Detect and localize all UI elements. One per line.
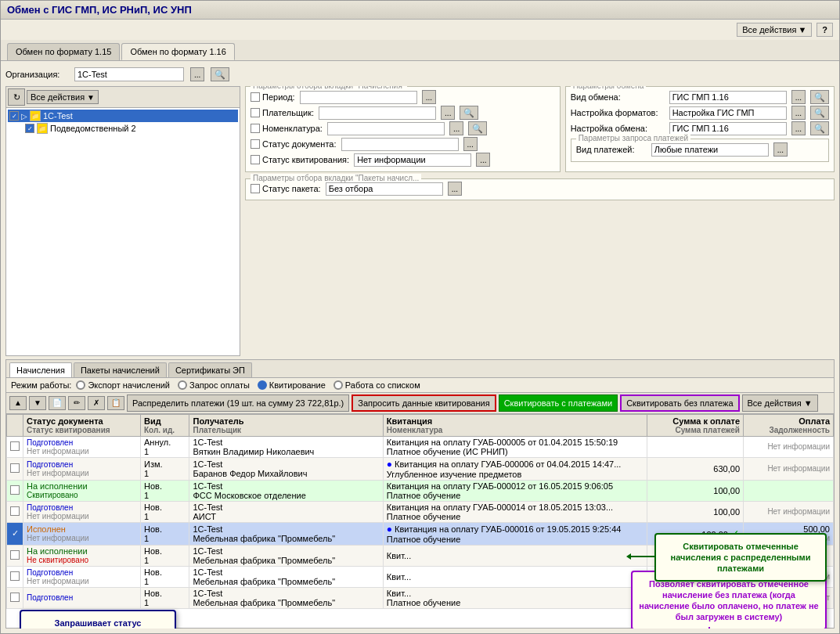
mode-request[interactable]: Запрос оплаты — [178, 380, 250, 390]
mode-kvit[interactable]: Квитирование — [258, 380, 326, 390]
period-input[interactable] — [300, 91, 417, 104]
kvit-with-payment-button[interactable]: Сквитировать с платежами — [499, 394, 618, 412]
exchange-settings-dots-btn[interactable]: ... — [791, 121, 806, 135]
period-checkbox-label: Период: — [251, 92, 295, 102]
org-input[interactable] — [74, 67, 184, 81]
table-row[interactable]: Подготовлен Нет информации Изм. 1 1C-Tes… — [7, 457, 834, 480]
packet-status-input[interactable] — [326, 182, 443, 196]
tree-expand-1[interactable]: ▷ — [21, 112, 27, 121]
td-type-6: Нов. 1 — [141, 545, 189, 566]
td-kvit-2: ● Квитанция на оплату ГУАБ-000006 от 04.… — [383, 457, 647, 480]
kvit-without-payment-button[interactable]: Сквитировать без платежа — [620, 394, 739, 412]
add-button[interactable]: 📄 — [49, 396, 66, 410]
tab-accruals[interactable]: Начисления — [9, 362, 72, 377]
tab-format-116[interactable]: Обмен по формату 1.16 — [121, 43, 234, 60]
radio-kvit[interactable] — [258, 380, 267, 390]
tree-checkbox-1[interactable]: ✓ — [9, 111, 19, 121]
format-settings-dots-btn[interactable]: ... — [791, 106, 806, 120]
kvit-status-1: Нет информации — [27, 447, 137, 456]
tab-certificates[interactable]: Сертификаты ЭП — [168, 362, 252, 377]
payer-label: Плательщик: — [262, 108, 314, 117]
th-payment: Оплата Задолженность — [744, 414, 834, 436]
type-7: Нов. — [144, 567, 186, 577]
copy-button[interactable]: 📋 — [107, 396, 124, 410]
td-check-3[interactable] — [7, 480, 23, 501]
payment-type-dots-btn[interactable]: ... — [773, 142, 788, 157]
table-all-actions-button[interactable]: Все действия ▼ — [742, 394, 818, 412]
td-status-1: Подготовлен Нет информации — [23, 436, 141, 457]
td-check-8[interactable] — [7, 587, 23, 608]
nomenclature-input[interactable] — [327, 122, 445, 135]
kvit-status-checkbox-label: Статус квитирования: — [251, 155, 349, 164]
tab-packets[interactable]: Пакеты начислений — [74, 362, 167, 377]
doc-status-input[interactable] — [341, 138, 459, 151]
td-check-4[interactable] — [7, 501, 23, 522]
exchange-type-search-btn[interactable]: 🔍 — [810, 90, 829, 104]
td-kvit-5: ● Квитанция на оплату ГУАБ-000016 от 19.… — [383, 522, 647, 545]
top-all-actions-button[interactable]: Все действия ▼ — [737, 23, 812, 37]
packet-status-checkbox[interactable] — [251, 184, 260, 193]
tree-item-1c-test[interactable]: ✓ ▷ 📁 1C-Test — [8, 110, 238, 122]
nav-down-button[interactable]: ▼ — [29, 396, 46, 410]
delete-button[interactable]: ✗ — [88, 396, 105, 410]
kvit-status-7: Нет информации — [27, 577, 137, 585]
td-check-5[interactable]: ✓ — [7, 522, 23, 545]
refresh-button[interactable]: ↻ — [8, 88, 25, 106]
td-type-3: Нов. 1 — [141, 480, 189, 501]
table-row[interactable]: Подготовлен Нет информации Аннул. 1 1C-T… — [7, 436, 834, 457]
format-settings-search-btn[interactable]: 🔍 — [810, 106, 829, 120]
radio-list[interactable] — [333, 380, 343, 390]
colid-8: 1 — [144, 598, 186, 607]
kvit-status-input[interactable] — [354, 153, 471, 167]
doc-status-3: На исполнении — [27, 481, 137, 491]
table-row[interactable]: На исполнении Сквитировано Нов. 1 1C-Tes… — [7, 480, 834, 501]
tab-format-115[interactable]: Обмен по формату 1.15 — [7, 43, 120, 60]
doc-status-7: Подготовлен — [27, 568, 137, 577]
radio-export[interactable] — [76, 380, 85, 390]
kvit-status-dots-btn[interactable]: ... — [476, 153, 490, 167]
payer-search-btn[interactable]: 🔍 — [460, 106, 478, 120]
payer-dots-btn[interactable]: ... — [441, 106, 455, 120]
org-search-button[interactable]: 🔍 — [211, 67, 229, 81]
edit-button[interactable]: ✏ — [68, 396, 85, 410]
org-dots-button[interactable]: ... — [190, 67, 204, 81]
radio-request[interactable] — [178, 380, 187, 390]
outer-tabs: Обмен по формату 1.15 Обмен по формату 1… — [1, 40, 839, 61]
nav-up-button[interactable]: ▲ — [9, 396, 27, 410]
payment-type-input[interactable] — [651, 143, 769, 157]
payer-3: ФСС Московское отделение — [193, 491, 379, 500]
payer-checkbox[interactable] — [251, 108, 260, 117]
nomenclature-checkbox[interactable] — [251, 124, 260, 133]
tree-checkbox-2[interactable]: ✓ — [25, 124, 34, 133]
help-button[interactable]: ? — [817, 23, 833, 37]
exchange-type-dots-btn[interactable]: ... — [791, 90, 806, 104]
exchange-settings-search-btn[interactable]: 🔍 — [810, 121, 829, 135]
tree-item-podved2[interactable]: ✓ 📁 Подведомственный 2 — [23, 122, 238, 135]
doc-status-dots-btn[interactable]: ... — [463, 137, 478, 151]
td-check-2[interactable] — [7, 457, 23, 480]
doc-status-checkbox[interactable] — [251, 139, 260, 149]
request-kvit-button[interactable]: Запросить данные квитирования — [352, 394, 496, 412]
tree-all-actions-button[interactable]: Все действия ▼ — [27, 90, 99, 104]
nomenclature-dots-btn[interactable]: ... — [449, 121, 463, 135]
packet-status-dots-btn[interactable]: ... — [448, 182, 462, 196]
distribute-payments-button[interactable]: Распределить платежи (19 шт. на сумму 23… — [127, 394, 349, 412]
nomenclature-search-btn[interactable]: 🔍 — [468, 121, 487, 135]
format-settings-input[interactable] — [669, 106, 787, 120]
period-checkbox[interactable] — [251, 92, 260, 102]
td-check-6[interactable] — [7, 545, 23, 566]
recipient-1: 1C-Test — [193, 438, 379, 447]
doc-status-row: Статус документа: ... — [251, 137, 555, 151]
td-check-7[interactable] — [7, 566, 23, 587]
payer-row: Плательщик: ... 🔍 — [251, 106, 555, 120]
table-row[interactable]: Подготовлен Нет информации Нов. 1 1C-Tes… — [7, 501, 834, 522]
exchange-settings-input[interactable] — [669, 122, 787, 135]
payer-input[interactable] — [319, 106, 436, 120]
mode-list[interactable]: Работа со списком — [333, 380, 420, 390]
period-dots-btn[interactable]: ... — [422, 90, 436, 104]
mode-export[interactable]: Экспорт начислений — [76, 380, 170, 390]
exchange-type-input[interactable] — [669, 91, 787, 104]
td-check-1[interactable] — [7, 436, 23, 457]
kvit-status-checkbox[interactable] — [251, 155, 260, 164]
payer-2: Баранов Федор Михайлович — [193, 469, 379, 478]
